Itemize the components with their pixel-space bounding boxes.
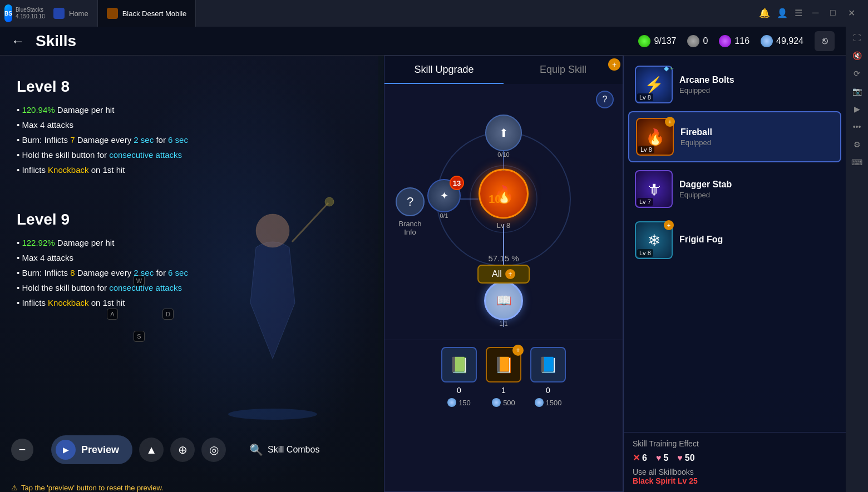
level9-bullet-5: • Inflicts Knockback on 1st hit xyxy=(17,295,362,310)
minus-button[interactable]: − xyxy=(11,439,33,461)
dagger-stab-level: Lv 7 xyxy=(637,198,653,206)
maximize-icon[interactable]: □ xyxy=(830,8,841,19)
all-label: All xyxy=(492,269,502,279)
stone-icon xyxy=(687,35,699,47)
skill-combos-label: Skill Combos xyxy=(268,445,319,455)
fireball-info: Fireball Equipped xyxy=(680,127,834,147)
skill-tree-button[interactable]: ⊕ xyxy=(170,438,195,462)
fullscreen-icon[interactable]: ⛶ xyxy=(850,31,864,44)
arcane-bolts-name: Arcane Bolts xyxy=(679,75,835,85)
screenshot-icon[interactable]: 📷 xyxy=(850,85,864,98)
tab-equip-skill[interactable]: Equip Skill xyxy=(504,56,623,84)
frigid-fog-info: Frigid Fog xyxy=(679,235,835,246)
left-node-progress: 0/1 xyxy=(440,212,448,219)
percent-display: 57.15 % xyxy=(488,254,519,263)
level9-bullet-3: • Burn: Inflicts 8 Damage every 2 sec fo… xyxy=(17,265,362,280)
level9-bullet-4: • Hold the skill button for consecutive … xyxy=(17,280,362,295)
book-icon-3: 📘 xyxy=(530,347,566,382)
equip-item-fireball[interactable]: 🔥 Lv 8 + Fireball Equipped xyxy=(628,111,841,162)
preview-button[interactable]: ▶ Preview xyxy=(51,435,132,464)
volume-icon[interactable]: 🔇 xyxy=(850,49,864,62)
book-price-2: 500 xyxy=(492,398,515,407)
orange-number-badge: 10 xyxy=(489,193,501,206)
level9-title: Level 9 xyxy=(17,211,362,228)
svg-point-0 xyxy=(228,409,317,420)
tab-game[interactable]: Black Desert Mobile xyxy=(98,0,196,27)
tab-skill-upgrade[interactable]: Skill Upgrade xyxy=(384,56,504,84)
red-badge: 13 xyxy=(450,176,464,190)
training-stats: ✕ 6 ♥ 5 ♥ 50 xyxy=(633,453,837,463)
stat-x-icon: ✕ xyxy=(633,453,640,463)
crystal-icon xyxy=(719,35,731,47)
book-price-3: 1500 xyxy=(535,398,562,407)
skillbooks-section: 📗 0 150 📙 + 1 500 xyxy=(384,340,623,414)
dagger-stab-status: Equipped xyxy=(679,191,835,199)
book-item-3[interactable]: 📘 0 1500 xyxy=(530,347,566,407)
all-plus-icon: + xyxy=(505,269,515,279)
stone-value: 0 xyxy=(703,36,708,46)
center-skill-node[interactable]: 🔥 Lv 8 10 xyxy=(479,169,529,230)
back-button[interactable]: ← xyxy=(11,33,24,49)
stone-currency: 0 xyxy=(687,35,708,47)
preview-warning: ⚠ Tap the 'preview' button to reset the … xyxy=(11,484,164,492)
more-icon[interactable]: ••• xyxy=(850,120,864,133)
stat-heart1-value: 5 xyxy=(663,453,668,463)
help-button[interactable]: ? xyxy=(596,91,614,108)
preview-label: Preview xyxy=(81,444,119,456)
bs-logo-icon: BS xyxy=(4,4,12,22)
fireball-icon: 🔥 Lv 8 + xyxy=(636,118,674,156)
kb-s: S xyxy=(134,331,145,342)
book-price-1: 150 xyxy=(447,398,471,407)
arcane-bolts-info: Arcane Bolts Equipped xyxy=(679,75,835,95)
close-icon[interactable]: ✕ xyxy=(848,8,859,19)
game-header: ← Skills 9/137 0 116 49,924 ⎋ xyxy=(0,27,846,56)
branch-info-button[interactable]: ? BranchInfo xyxy=(396,187,425,236)
menu-icon[interactable]: ☰ xyxy=(795,8,806,19)
equip-item-arcane-bolts[interactable]: ⚡ Lv 8 ◆ + Arcane Bolts Equipped xyxy=(628,60,841,109)
game-area: ← Skills 9/137 0 116 49,924 ⎋ xyxy=(0,27,846,492)
left-skill-node[interactable]: ✦ 13 0/1 xyxy=(427,179,461,219)
upgrade-plus-badge: + xyxy=(608,58,620,71)
level8-block: Level 8 • 120.94% Damage per hit • Max 4… xyxy=(17,78,362,177)
svg-point-3 xyxy=(325,197,334,206)
all-button[interactable]: All + xyxy=(477,265,530,284)
up-button[interactable]: ▲ xyxy=(139,438,164,462)
tab-home[interactable]: Home xyxy=(45,0,98,27)
book-item-1[interactable]: 📗 0 150 xyxy=(441,347,477,407)
frigid-fog-level: Lv 8 xyxy=(637,249,653,257)
notification-icon[interactable]: 🔔 xyxy=(759,8,770,19)
fireball-plus-badge: + xyxy=(665,117,675,127)
panel-tabs: Skill Upgrade + Equip Skill xyxy=(384,56,623,84)
preview-play-icon: ▶ xyxy=(56,440,76,460)
stat-heart1: ♥ 5 xyxy=(656,453,668,463)
kb-d: D xyxy=(162,309,174,320)
equip-item-frigid-fog[interactable]: ❄ Lv 8 + Frigid Fog xyxy=(628,216,841,265)
equip-item-dagger-stab[interactable]: 🗡 Lv 7 Dagger Stab Equipped xyxy=(628,165,841,213)
use-skillbooks-label: Use all Skillbooks xyxy=(633,468,837,476)
minimize-icon[interactable]: ─ xyxy=(812,8,823,19)
bottom-node-progress: 1/1 xyxy=(499,320,507,327)
video-icon[interactable]: ▶ xyxy=(850,102,864,116)
level8-bullet-1: • 120.94% Damage per hit xyxy=(17,102,362,117)
book-item-2[interactable]: 📙 + 1 500 xyxy=(486,347,521,407)
skill-combos-button[interactable]: 🔍 Skill Combos xyxy=(249,443,319,456)
fireball-status: Equipped xyxy=(680,138,834,147)
keyboard-icon[interactable]: ⌨ xyxy=(850,156,864,169)
bottom-skill-node[interactable]: 📖 1/1 xyxy=(484,281,523,327)
silver-icon xyxy=(761,35,773,47)
tab-bar: Home Black Desert Mobile xyxy=(45,0,196,27)
account-icon[interactable]: 👤 xyxy=(777,8,788,19)
skill-settings-button[interactable]: ◎ xyxy=(201,438,226,462)
branch-info-label: BranchInfo xyxy=(398,220,421,236)
kb-a: A xyxy=(107,309,118,320)
stamina-icon xyxy=(638,35,650,47)
top-skill-node[interactable]: ⬆ 0/10 xyxy=(485,115,522,158)
export-button[interactable]: ⎋ xyxy=(815,31,835,51)
level8-bullet-5: • Inflicts Knockback on 1st hit xyxy=(17,162,362,177)
frigid-fog-plus-badge: + xyxy=(664,220,674,230)
crystal-value: 116 xyxy=(734,36,749,46)
page-title: Skills xyxy=(36,32,76,50)
silver-value: 49,924 xyxy=(776,36,803,46)
settings-icon[interactable]: ⚙ xyxy=(850,138,864,151)
rotate-icon[interactable]: ⟳ xyxy=(850,67,864,80)
